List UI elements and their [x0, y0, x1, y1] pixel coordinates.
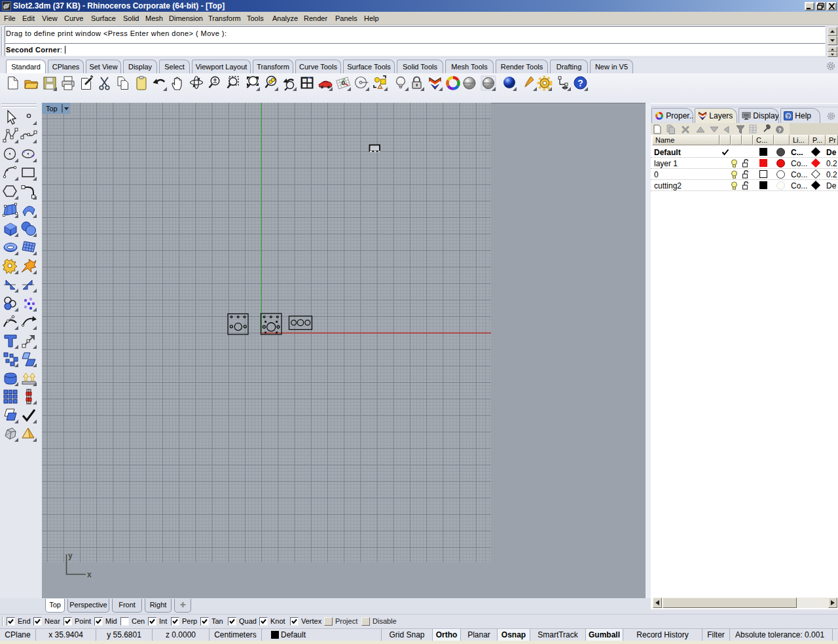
svg-text:y: y: [68, 551, 73, 560]
svg-text:?: ?: [786, 113, 790, 120]
svg-text:x: x: [87, 570, 92, 579]
svg-text:Top: Top: [46, 105, 58, 113]
svg-text:?: ?: [778, 127, 782, 134]
svg-text:?: ?: [577, 78, 583, 88]
